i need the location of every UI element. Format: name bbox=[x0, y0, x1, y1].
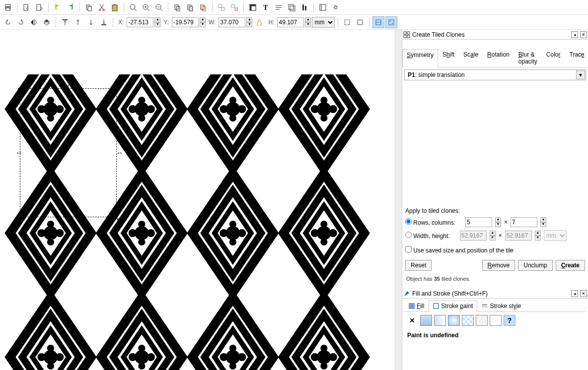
duplicate-icon[interactable] bbox=[171, 1, 183, 13]
linear-gradient-swatch[interactable] bbox=[434, 315, 446, 326]
x-input[interactable] bbox=[127, 17, 153, 27]
ungroup-icon[interactable] bbox=[228, 1, 240, 13]
selection-box[interactable]: ↔ ↔ ↕ ↕ ↖ ↗ ↙ ↘ bbox=[20, 88, 117, 217]
svg-point-7 bbox=[99, 9, 101, 11]
undefined-swatch[interactable]: ? bbox=[504, 315, 515, 326]
unlink-clone-icon[interactable] bbox=[197, 1, 209, 13]
close-icon-2[interactable]: ✕ bbox=[580, 290, 587, 297]
zoom-out-icon[interactable] bbox=[153, 1, 165, 13]
clone-units-select[interactable]: mm bbox=[544, 230, 567, 241]
flat-color-swatch[interactable] bbox=[420, 315, 432, 326]
width-input[interactable] bbox=[460, 231, 487, 241]
copy-icon[interactable] bbox=[83, 1, 95, 13]
tab-fill[interactable]: Fill bbox=[404, 300, 429, 311]
cols-input[interactable] bbox=[511, 217, 537, 227]
collapse-icon-2[interactable]: ◂ bbox=[571, 290, 578, 297]
rotate-ccw-icon[interactable] bbox=[2, 16, 14, 28]
remove-button[interactable]: Remove bbox=[482, 260, 515, 271]
clone-count-status: Object has 35 tiled clones. bbox=[406, 276, 584, 282]
unknown-swatch[interactable] bbox=[490, 315, 502, 326]
svg-rect-75 bbox=[407, 32, 410, 34]
rows-input[interactable] bbox=[465, 217, 492, 227]
tab-symmetry[interactable]: Symmetry bbox=[402, 49, 438, 67]
flip-horizontal-icon[interactable] bbox=[28, 16, 40, 28]
tab-stroke-style[interactable]: Stroke style bbox=[477, 300, 525, 311]
h-spinner[interactable]: ▲▼ bbox=[305, 17, 311, 27]
align-dialog-icon[interactable] bbox=[298, 1, 310, 13]
fill-stroke-icon[interactable] bbox=[247, 1, 259, 13]
fill-stroke-panel-header[interactable]: Fill and Stroke (Shift+Ctrl+F) ◂ ✕ bbox=[402, 289, 588, 299]
affect-gradient-icon[interactable] bbox=[372, 16, 384, 28]
zoom-fit-icon[interactable] bbox=[127, 1, 139, 13]
svg-rect-78 bbox=[409, 303, 415, 309]
svg-text:T: T bbox=[263, 4, 268, 11]
canvas-scrollbar[interactable] bbox=[395, 30, 402, 370]
y-input[interactable] bbox=[172, 17, 199, 27]
chevron-down-icon[interactable]: ▾ bbox=[576, 70, 585, 79]
width-spinner[interactable]: ▲▼ bbox=[490, 231, 496, 241]
height-spinner[interactable]: ▲▼ bbox=[535, 231, 541, 241]
undo-icon[interactable] bbox=[52, 1, 64, 13]
zoom-in-icon[interactable] bbox=[140, 1, 152, 13]
raise-to-top-icon[interactable] bbox=[59, 16, 71, 28]
svg-rect-31 bbox=[251, 6, 256, 10]
no-paint-swatch[interactable]: ✕ bbox=[406, 315, 418, 326]
reset-button[interactable]: Reset bbox=[405, 260, 432, 271]
tab-rotation[interactable]: Rotation bbox=[483, 49, 514, 67]
rows-radio[interactable]: Rows, columns: bbox=[405, 218, 455, 226]
apply-label: Apply to tiled clones: bbox=[405, 207, 585, 214]
create-button[interactable]: Create bbox=[556, 260, 585, 271]
unclump-button[interactable]: Unclump bbox=[518, 260, 552, 271]
paste-icon[interactable] bbox=[109, 1, 121, 13]
radial-gradient-swatch[interactable] bbox=[448, 315, 460, 326]
affect-stroke-icon[interactable] bbox=[341, 16, 353, 28]
tab-blur[interactable]: Blur & opacity bbox=[514, 49, 542, 67]
cols-spinner[interactable]: ▲▼ bbox=[540, 217, 546, 227]
w-spinner[interactable]: ▲▼ bbox=[246, 17, 252, 27]
y-spinner[interactable]: ▲▼ bbox=[200, 17, 206, 27]
svg-rect-46 bbox=[345, 20, 350, 25]
tab-color[interactable]: Color bbox=[542, 49, 565, 67]
swatch-swatch[interactable] bbox=[476, 315, 488, 326]
text-tool-icon[interactable]: T bbox=[260, 1, 272, 13]
symmetry-dropdown[interactable]: P1: simple translation ▾ bbox=[404, 69, 586, 80]
raise-icon[interactable] bbox=[72, 16, 84, 28]
height-input[interactable] bbox=[505, 231, 532, 241]
print-icon[interactable] bbox=[2, 1, 14, 13]
rows-spinner[interactable]: ▲▼ bbox=[495, 217, 501, 227]
h-input[interactable] bbox=[277, 17, 304, 27]
import-icon[interactable] bbox=[20, 1, 32, 13]
tab-scale[interactable]: Scale bbox=[459, 49, 483, 67]
export-icon[interactable] bbox=[33, 1, 45, 13]
layers-icon[interactable] bbox=[286, 1, 297, 13]
xml-editor-icon[interactable] bbox=[273, 1, 285, 13]
lock-aspect-icon[interactable] bbox=[253, 16, 265, 28]
svg-line-12 bbox=[135, 9, 137, 11]
clone-icon[interactable] bbox=[184, 1, 196, 13]
tab-shift[interactable]: Shift bbox=[438, 49, 459, 67]
cut-icon[interactable] bbox=[96, 1, 108, 13]
preferences-icon[interactable] bbox=[317, 1, 329, 13]
flip-vertical-icon[interactable] bbox=[41, 16, 53, 28]
pattern-swatch[interactable] bbox=[462, 315, 474, 326]
redo-icon[interactable] bbox=[65, 1, 76, 13]
use-saved-checkbox[interactable]: Use saved size and position of the tile bbox=[405, 246, 514, 254]
tiled-clones-panel-header[interactable]: Create Tiled Clones ◂ ✕ bbox=[402, 30, 588, 40]
document-properties-icon[interactable] bbox=[330, 1, 342, 13]
affect-pattern-icon[interactable] bbox=[385, 16, 397, 28]
close-icon[interactable]: ✕ bbox=[580, 31, 587, 38]
rotate-cw-icon[interactable] bbox=[15, 16, 27, 28]
tab-stroke-paint[interactable]: Stroke paint bbox=[429, 300, 477, 312]
tab-trace[interactable]: Trace bbox=[565, 49, 588, 67]
units-select[interactable]: mm bbox=[312, 17, 335, 28]
group-icon[interactable] bbox=[216, 1, 227, 13]
svg-rect-39 bbox=[305, 6, 306, 10]
collapse-icon[interactable]: ◂ bbox=[571, 31, 578, 38]
affect-corners-icon[interactable] bbox=[354, 16, 366, 28]
x-spinner[interactable]: ▲▼ bbox=[154, 17, 160, 27]
canvas[interactable]: ↔ ↔ ↕ ↕ ↖ ↗ ↙ ↘ bbox=[0, 30, 395, 370]
wh-radio[interactable]: Width, height: bbox=[405, 232, 450, 240]
lower-icon[interactable] bbox=[85, 16, 97, 28]
lower-to-bottom-icon[interactable] bbox=[98, 16, 110, 28]
w-input[interactable] bbox=[219, 17, 245, 27]
